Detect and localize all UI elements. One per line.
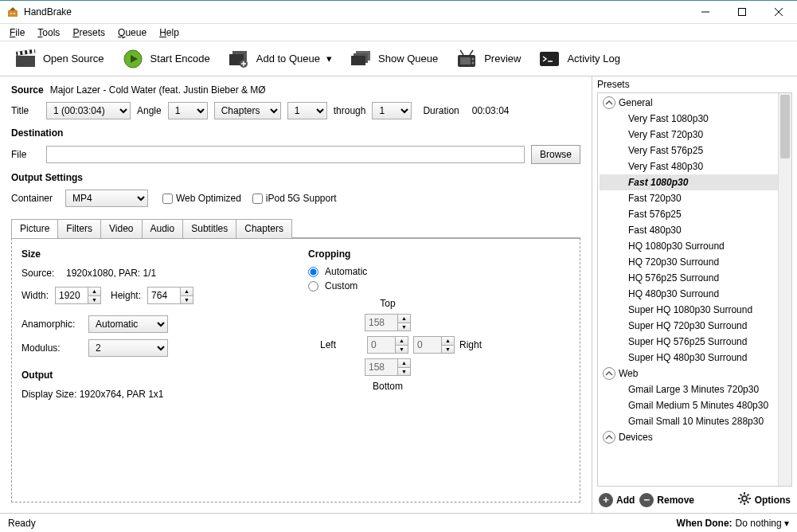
anamorphic-label: Anamorphic:	[21, 319, 82, 330]
up-icon[interactable]: ▲	[181, 288, 193, 296]
preset-options-button[interactable]: Options	[737, 491, 791, 508]
up-icon[interactable]: ▲	[88, 288, 100, 296]
file-input[interactable]	[46, 146, 525, 163]
open-source-button[interactable]: Open Source	[8, 46, 111, 72]
preset-item[interactable]: Super HQ 1080p30 Surround	[600, 302, 791, 318]
source-size-value: 1920x1080, PAR: 1/1	[66, 268, 156, 279]
height-spinner[interactable]: ▲▼	[147, 287, 193, 304]
menu-help[interactable]: Help	[154, 25, 184, 40]
preset-item[interactable]: Gmail Small 10 Minutes 288p30	[600, 413, 791, 429]
when-done-dropdown[interactable]: Do nothing ▾	[736, 518, 789, 529]
down-icon[interactable]: ▼	[88, 296, 100, 304]
menu-tools[interactable]: Tools	[33, 25, 64, 40]
add-to-queue-button[interactable]: Add to Queue ▾	[221, 46, 338, 72]
preset-group[interactable]: General	[600, 95, 791, 111]
svg-rect-24	[540, 52, 559, 66]
tab-audio[interactable]: Audio	[142, 219, 184, 238]
chevron-up-icon	[603, 367, 615, 380]
crop-custom-radio[interactable]: Custom	[308, 280, 570, 291]
titlebar: HandBrake	[0, 0, 797, 24]
activity-log-button[interactable]: Activity Log	[532, 46, 626, 72]
web-optimized-checkbox[interactable]: Web Optimized	[162, 193, 241, 204]
show-queue-button[interactable]: Show Queue	[343, 46, 444, 72]
container-select[interactable]: MP4	[65, 190, 148, 207]
cropping-heading: Cropping	[308, 248, 570, 260]
preset-item[interactable]: HQ 1080p30 Surround	[600, 238, 791, 254]
preview-button[interactable]: Preview	[449, 46, 527, 72]
preset-item[interactable]: Fast 480p30	[600, 222, 791, 238]
svg-rect-4	[739, 9, 746, 16]
crop-left-label: Left	[320, 339, 336, 350]
preset-item[interactable]: Super HQ 720p30 Surround	[600, 318, 791, 334]
tab-filters[interactable]: Filters	[57, 219, 101, 238]
preview-label: Preview	[484, 53, 521, 65]
preset-item[interactable]: Gmail Large 3 Minutes 720p30	[600, 381, 791, 397]
preset-item[interactable]: Fast 576p25	[600, 206, 791, 222]
play-icon	[122, 49, 144, 68]
down-icon[interactable]: ▼	[181, 296, 193, 304]
svg-line-33	[747, 495, 748, 496]
modulus-label: Modulus:	[21, 342, 82, 354]
svg-rect-7	[16, 56, 35, 67]
menu-file[interactable]: File	[5, 25, 29, 40]
preset-item[interactable]: Super HQ 480p30 Surround	[600, 350, 791, 366]
minimize-button[interactable]	[687, 0, 724, 24]
crop-right-spinner[interactable]: ▲▼	[413, 336, 455, 354]
preset-add-button[interactable]: + Add	[599, 493, 635, 507]
tv-icon	[455, 49, 478, 68]
tab-picture[interactable]: Picture	[11, 219, 58, 238]
modulus-select[interactable]: 2	[88, 339, 168, 357]
preset-item[interactable]: Gmail Medium 5 Minutes 480p30	[600, 397, 791, 413]
menu-presets[interactable]: Presets	[68, 25, 110, 40]
maximize-button[interactable]	[724, 0, 760, 24]
preset-item[interactable]: HQ 480p30 Surround	[600, 286, 791, 302]
ipod-checkbox[interactable]: iPod 5G Support	[252, 193, 337, 204]
tab-subtitles[interactable]: Subtitles	[182, 219, 236, 238]
toolbar: Open Source Start Encode Add to Queue ▾ …	[0, 41, 797, 76]
scrollbar-thumb[interactable]	[780, 95, 790, 158]
crop-bottom-spinner[interactable]: ▲▼	[365, 358, 411, 376]
crop-automatic-radio[interactable]: Automatic	[308, 266, 570, 277]
svg-line-32	[747, 502, 748, 503]
crop-bottom-label: Bottom	[373, 381, 403, 392]
svg-rect-0	[8, 10, 18, 17]
preset-group[interactable]: Web	[600, 366, 791, 381]
tab-video[interactable]: Video	[100, 219, 142, 238]
svg-point-23	[472, 61, 475, 64]
preset-item[interactable]: Very Fast 480p30	[600, 158, 791, 174]
tab-chapters[interactable]: Chapters	[236, 219, 292, 238]
preset-item[interactable]: Very Fast 576p25	[600, 143, 791, 158]
close-button[interactable]	[760, 0, 797, 24]
preset-item[interactable]: Fast 720p30	[600, 190, 791, 206]
range-type-select[interactable]: Chapters	[214, 102, 281, 119]
crop-left-spinner[interactable]: ▲▼	[367, 336, 408, 354]
chapter-to-select[interactable]: 1	[372, 102, 412, 119]
title-select[interactable]: 1 (00:03:04)	[46, 102, 131, 119]
add-queue-icon	[228, 49, 250, 68]
preset-item[interactable]: Very Fast 1080p30	[600, 111, 791, 127]
preset-item[interactable]: HQ 576p25 Surround	[600, 270, 791, 286]
gear-icon	[737, 491, 752, 508]
chapter-from-select[interactable]: 1	[287, 102, 327, 119]
open-source-label: Open Source	[43, 53, 104, 65]
preset-remove-button[interactable]: − Remove	[639, 493, 694, 507]
start-encode-button[interactable]: Start Encode	[115, 46, 217, 72]
width-spinner[interactable]: ▲▼	[55, 287, 101, 304]
crop-top-spinner[interactable]: ▲▼	[365, 314, 411, 331]
anamorphic-select[interactable]: Automatic	[88, 315, 168, 333]
browse-button[interactable]: Browse	[531, 145, 580, 164]
duration-label: Duration	[423, 105, 459, 116]
file-label: File	[11, 149, 40, 160]
chevron-up-icon	[603, 96, 615, 109]
tab-body: Size Source: 1920x1080, PAR: 1/1 Width: …	[11, 238, 580, 503]
preset-item[interactable]: Fast 1080p30	[600, 174, 791, 190]
preset-group[interactable]: Devices	[600, 429, 791, 445]
svg-point-22	[472, 57, 475, 60]
container-label: Container	[11, 193, 59, 204]
angle-select[interactable]: 1	[168, 102, 208, 119]
preset-item[interactable]: Very Fast 720p30	[600, 127, 791, 143]
menu-queue[interactable]: Queue	[113, 25, 151, 40]
preset-item[interactable]: HQ 720p30 Surround	[600, 254, 791, 270]
scrollbar[interactable]	[778, 93, 791, 486]
preset-item[interactable]: Super HQ 576p25 Surround	[600, 334, 791, 350]
